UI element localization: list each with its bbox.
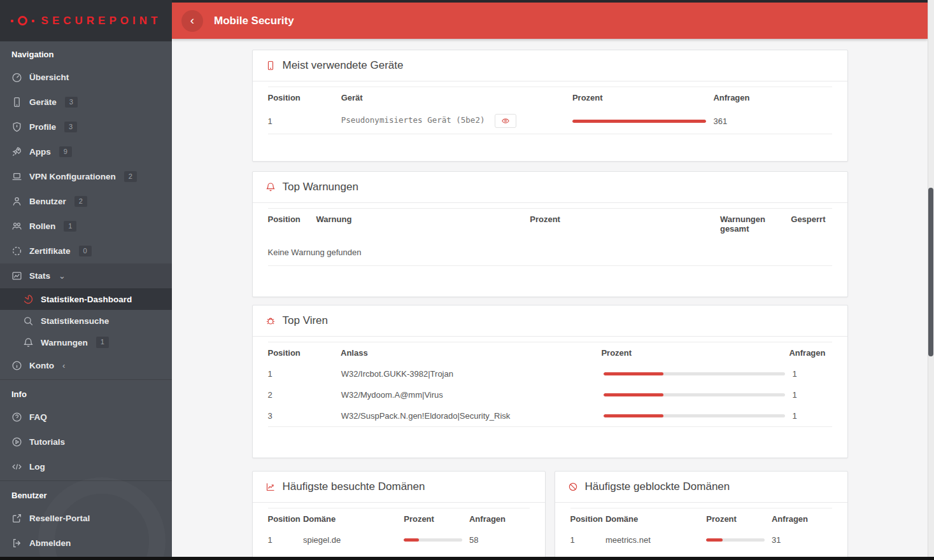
sidebar: SECUREPOINT Navigation Übersicht Geräte … bbox=[0, 0, 172, 560]
sidebar-item-label: Profile bbox=[29, 122, 56, 132]
card-header: Top Warnungen bbox=[253, 172, 847, 203]
column-header: Anfragen bbox=[469, 514, 530, 524]
sidebar-item-zertifikate[interactable]: Zertifikate 0 bbox=[0, 239, 172, 263]
sidebar-item-rollen[interactable]: Rollen 1 bbox=[0, 214, 172, 239]
chart-icon bbox=[11, 270, 22, 281]
view-device-button[interactable] bbox=[495, 114, 516, 128]
count-badge: 2 bbox=[124, 171, 137, 182]
percent-cell bbox=[604, 372, 793, 375]
card-title: Top Viren bbox=[283, 314, 329, 327]
column-header: Position bbox=[268, 93, 341, 102]
table-header-row: Position Domäne Prozent Anfragen bbox=[268, 508, 530, 529]
card-top-viruses: Top Viren Position Anlass Prozent Anfrag… bbox=[252, 305, 848, 458]
logo-dot-icon bbox=[32, 20, 34, 22]
search-icon bbox=[23, 316, 34, 326]
sidebar-item-label: Stats bbox=[29, 271, 50, 281]
code-icon bbox=[11, 461, 22, 472]
column-header: Prozent bbox=[572, 93, 714, 102]
progress-track bbox=[572, 120, 706, 123]
card-title: Meist verwendete Geräte bbox=[283, 59, 404, 72]
table-row: 1 Pseudonymisiertes Gerät (5be2) 361 bbox=[268, 108, 832, 134]
sidebar-item-statistiken-dashboard[interactable]: Statistiken-Dashboard bbox=[0, 288, 172, 310]
table-header-row: Position Gerät Prozent Anfragen bbox=[268, 87, 832, 108]
question-circle-icon bbox=[11, 412, 22, 423]
table-row: 2 adform.net 15 bbox=[570, 550, 832, 557]
sidebar-item-label: Konto bbox=[29, 361, 54, 370]
card-most-used-devices: Meist verwendete Geräte Position Gerät P… bbox=[252, 50, 848, 162]
requests-cell: 31 bbox=[772, 535, 832, 545]
position-cell: 3 bbox=[268, 411, 341, 421]
progress-fill bbox=[604, 414, 663, 417]
requests-cell: 361 bbox=[713, 116, 831, 126]
ban-icon bbox=[568, 482, 578, 492]
card-header: Top Viren bbox=[253, 305, 847, 337]
percent-cell bbox=[604, 414, 793, 417]
chevron-left-icon: ‹ bbox=[62, 361, 65, 370]
position-cell: 1 bbox=[268, 116, 341, 126]
sidebar-item-label: VPN Konfigurationen bbox=[29, 172, 116, 181]
brand-logo[interactable]: SECUREPOINT bbox=[0, 0, 172, 41]
main-content: Meist verwendete Geräte Position Gerät P… bbox=[172, 39, 928, 557]
eye-icon bbox=[501, 116, 510, 125]
device-name: Pseudonymisiertes Gerät (5be2) bbox=[341, 115, 485, 125]
progress-track bbox=[604, 372, 785, 375]
appbar: ‹ Mobile Security bbox=[172, 3, 928, 39]
card-title: Top Warnungen bbox=[283, 181, 358, 193]
table-row: 2 W32/Mydoom.A@mm|Virus 1 bbox=[268, 384, 832, 405]
scrollbar-thumb[interactable] bbox=[928, 188, 933, 356]
sidebar-item-label: Benutzer bbox=[29, 197, 66, 206]
card-title: Häufigste besuchte Domänen bbox=[283, 480, 425, 493]
count-badge: 3 bbox=[64, 122, 77, 132]
column-header: Position bbox=[268, 514, 303, 524]
column-header: Domäne bbox=[303, 514, 404, 524]
virus-name-cell: W32/Ircbot.GUKK-3982|Trojan bbox=[341, 369, 604, 379]
sidebar-item-tutorials[interactable]: Tutorials bbox=[0, 430, 172, 454]
virus-name-cell: W32/SuspPack.N.gen!Eldorado|Security_Ris… bbox=[341, 411, 604, 421]
table-row: 1 W32/Ircbot.GUKK-3982|Trojan 1 bbox=[268, 363, 832, 384]
sidebar-item-uebersicht[interactable]: Übersicht bbox=[0, 65, 172, 90]
requests-cell: 1 bbox=[792, 369, 831, 379]
sidebar-item-apps[interactable]: Apps 9 bbox=[0, 139, 172, 164]
sidebar-item-geraete[interactable]: Geräte 3 bbox=[0, 90, 172, 115]
table-row: 1 spiegel.de 58 bbox=[268, 529, 530, 550]
count-badge: 1 bbox=[64, 221, 76, 232]
sidebar-item-label: Tutorials bbox=[29, 437, 65, 447]
column-header: Position bbox=[570, 514, 605, 524]
page-title: Mobile Security bbox=[214, 15, 294, 27]
column-header: Prozent bbox=[404, 514, 469, 524]
nav-section-navigation: Navigation bbox=[0, 41, 172, 65]
column-header: Anlass bbox=[341, 348, 601, 358]
sidebar-item-log[interactable]: Log bbox=[0, 454, 172, 479]
chevron-down-icon: ⌄ bbox=[59, 271, 66, 281]
smartphone-icon bbox=[265, 60, 276, 71]
card-most-blocked-domains: Häufigste geblockte Domänen Position Dom… bbox=[555, 471, 848, 557]
back-button[interactable]: ‹ bbox=[181, 10, 203, 32]
sidebar-item-warnungen[interactable]: Warnungen 1 bbox=[0, 332, 172, 353]
sidebar-item-vpn-konfigurationen[interactable]: VPN Konfigurationen 2 bbox=[0, 164, 172, 189]
play-circle-icon bbox=[11, 437, 22, 447]
count-badge: 3 bbox=[65, 97, 78, 108]
sidebar-item-profile[interactable]: Profile 3 bbox=[0, 115, 172, 139]
viruses-table: Position Anlass Prozent Anfragen 1 W32/I… bbox=[253, 337, 847, 458]
column-header: Prozent bbox=[601, 348, 789, 358]
progress-fill bbox=[604, 372, 663, 375]
progress-fill bbox=[572, 120, 706, 123]
sidebar-item-benutzer[interactable]: Benutzer 2 bbox=[0, 189, 172, 214]
progress-track bbox=[604, 414, 785, 417]
sidebar-item-faq[interactable]: FAQ bbox=[0, 405, 172, 430]
count-badge: 1 bbox=[96, 337, 109, 347]
column-header: Position bbox=[268, 214, 316, 224]
line-chart-icon bbox=[265, 482, 276, 492]
sidebar-item-statistikensuche[interactable]: Statistikensuche bbox=[0, 310, 172, 332]
scrollbar-track[interactable] bbox=[928, 0, 934, 560]
sidebar-item-stats[interactable]: Stats ⌄ bbox=[0, 263, 172, 288]
sidebar-item-label: Zertifikate bbox=[29, 246, 71, 256]
sidebar-item-label: Rollen bbox=[29, 221, 55, 231]
sidebar-item-label: Log bbox=[29, 462, 45, 472]
table-row: 1 meetrics.net 31 bbox=[570, 529, 832, 550]
progress-track bbox=[404, 538, 462, 542]
sidebar-item-konto[interactable]: Konto ‹ bbox=[0, 353, 172, 378]
pie-chart-icon bbox=[23, 294, 34, 305]
sidebar-item-label: Geräte bbox=[29, 97, 57, 107]
top-edge bbox=[172, 0, 934, 3]
